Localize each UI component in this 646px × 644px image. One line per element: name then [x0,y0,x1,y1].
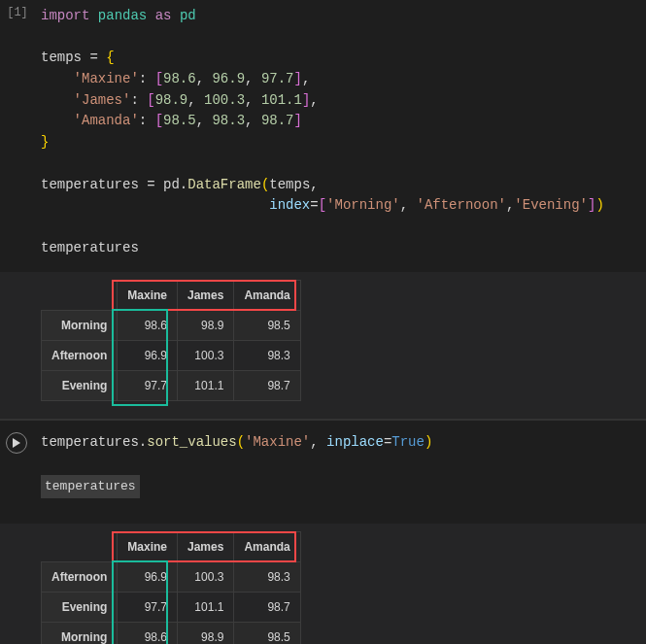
dataframe-table: Maxine James Amanda Afternoon96.9100.398… [41,531,301,644]
column-header: Maxine [118,531,178,561]
code-editor[interactable]: import pandas as pd temps = { 'Maxine': … [35,0,646,272]
code-cell-2[interactable]: temperatures.sort_values('Maxine', inpla… [0,421,646,524]
column-header: Maxine [118,281,178,311]
cell-execution-count: [1] [0,0,35,272]
output-cell-2: Maxine James Amanda Afternoon96.9100.398… [0,524,646,644]
expression-result: temperatures [41,475,140,498]
play-icon [12,438,21,448]
run-cell-button[interactable] [6,432,27,454]
dataframe-output-1: Maxine James Amanda Morning98.698.998.5 … [35,272,646,419]
svg-marker-0 [13,438,20,448]
table-row: Evening97.7101.198.7 [42,592,301,622]
column-header: Amanda [234,531,300,561]
table-row: Evening97.7101.198.7 [42,371,301,401]
table-row: Afternoon96.9100.398.3 [42,561,301,592]
dataframe-output-2: Maxine James Amanda Afternoon96.9100.398… [35,524,646,644]
column-header: James [178,531,234,561]
table-row: Morning98.698.998.5 [42,622,301,644]
column-header: Amanda [234,281,300,311]
dataframe-table: Maxine James Amanda Morning98.698.998.5 … [41,280,301,401]
output-cell-1: Maxine James Amanda Morning98.698.998.5 … [0,272,646,419]
table-row: Afternoon96.9100.398.3 [42,341,301,371]
table-row: Morning98.698.998.5 [42,311,301,341]
notebook: [1] import pandas as pd temps = { 'Maxin… [0,0,646,644]
column-header: James [178,281,234,311]
code-cell-1[interactable]: [1] import pandas as pd temps = { 'Maxin… [0,0,646,272]
code-editor[interactable]: temperatures.sort_values('Maxine', inpla… [35,421,646,524]
